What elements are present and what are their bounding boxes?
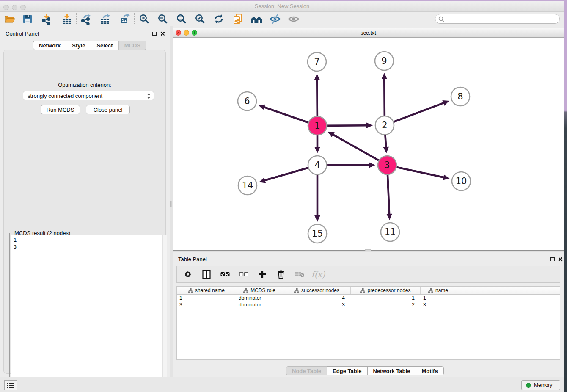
table-cell[interactable]: 3 [421,301,456,308]
function-builder-button[interactable]: f(x) [312,269,324,280]
table-panel-title: Table Panel [178,256,207,262]
eye-icon [288,14,300,25]
show-all-button[interactable] [287,13,300,25]
hide-selected-button[interactable] [269,13,281,25]
status-bar: Memory [0,377,564,392]
first-neighbors-button[interactable] [250,13,263,25]
export-network-button[interactable] [80,13,92,25]
result-scrollbar[interactable] [162,235,167,392]
deselect-all-button[interactable] [238,269,250,280]
application-window: Session: New Session Control Panel [0,0,567,392]
add-column-button[interactable] [256,269,268,280]
zoom-fit-button[interactable] [175,13,187,25]
table-cell[interactable]: 4 [283,295,351,301]
column-header-predecessor-nodes[interactable]: predecessor nodes [351,287,421,294]
zoom-fit-icon [176,14,187,24]
splitter-grip[interactable] [170,201,172,207]
titlebar: Session: New Session [0,1,564,12]
eye-slash-icon [269,14,281,25]
table-panel: Table Panel f(x) shared nameMCDS rolesuc… [173,252,564,377]
node-label-2: 2 [382,120,387,130]
run-mcds-button[interactable]: Run MCDS [41,105,80,114]
select-all-button[interactable] [219,269,231,280]
close-panel-button[interactable]: Close panel [86,105,130,114]
mcds-result-textarea[interactable]: 1 3 [11,235,167,392]
import-network-button[interactable] [40,13,53,25]
list-icon [7,382,14,389]
column-header-successor-nodes[interactable]: successor nodes [283,287,351,294]
edge-arrowhead [258,105,265,110]
select-arrows-icon [147,93,151,99]
close-panel-icon[interactable] [160,31,165,36]
edge-arrowhead [314,215,320,222]
node-label-6: 6 [244,96,250,106]
table-cell[interactable]: dominator [236,295,283,301]
column-header-shared-name[interactable]: shared name [177,287,236,294]
zoom-selected-button[interactable] [193,13,206,25]
tab-motifs[interactable]: Motifs [416,366,443,375]
criterion-select[interactable]: strongly connected component [23,91,154,100]
tab-style[interactable]: Style [66,41,91,50]
zoom-out-button[interactable] [156,13,169,25]
export-image-button[interactable] [118,13,131,25]
new-network-from-selection-button[interactable] [231,13,244,25]
network-window-titlebar: × − + scc.txt [173,28,564,38]
table-cell[interactable]: 1 [421,295,456,301]
plus-icon [258,270,267,279]
memory-button[interactable]: Memory [521,380,560,390]
search-input[interactable] [446,15,556,23]
edge-arrowhead [314,147,320,153]
column-header-MCDS-role[interactable]: MCDS role [236,287,283,294]
refresh-layout-button[interactable] [212,13,225,25]
delete-column-button[interactable] [275,269,287,280]
tab-select[interactable]: Select [91,41,118,50]
table-header-row: shared nameMCDS rolesuccessor nodesprede… [177,287,560,295]
import-table-button[interactable] [61,13,73,25]
optimization-criterion-label: Optimization criterion: [4,82,165,88]
save-icon [22,14,33,25]
network-canvas[interactable]: 1234678910111415 [173,38,564,250]
new-network-from-selection-icon [232,14,243,25]
tab-mcds[interactable]: MCDS [118,41,146,50]
columns-icon [202,270,211,279]
search-box [435,14,560,24]
sitemap-icon [188,288,193,293]
tab-network-table[interactable]: Network Table [367,366,416,375]
table-cell[interactable]: dominator [236,301,283,308]
table-row[interactable]: 3dominator323 [177,301,560,308]
table-cell[interactable]: 2 [351,301,421,308]
table-cell[interactable]: 1 [177,295,236,301]
float-panel-icon[interactable] [152,32,157,36]
edge-arrowhead [381,73,387,79]
float-panel-icon[interactable] [550,257,555,261]
table-cell[interactable]: 3 [283,301,351,308]
settings-gear-button[interactable] [182,269,194,280]
table-cell[interactable]: 1 [351,295,421,301]
open-session-button[interactable] [3,13,16,25]
tab-network[interactable]: Network [33,41,66,50]
export-table-button[interactable] [99,13,112,25]
edge-arrowhead [369,162,375,168]
table-cell[interactable]: 3 [177,301,236,308]
delete-table-button[interactable] [294,269,306,280]
tab-edge-table[interactable]: Edge Table [327,366,367,375]
column-header-name[interactable]: name [421,287,456,294]
import-network-icon [41,14,52,25]
zoom-in-button[interactable] [138,13,150,25]
vertical-splitter[interactable] [170,26,173,377]
node-label-3: 3 [384,160,390,170]
memory-status-icon [526,383,531,388]
splitter-grip[interactable] [365,249,371,251]
table-row[interactable]: 1dominator411 [177,295,560,301]
close-panel-icon[interactable] [558,257,563,262]
mcds-result-values: 1 3 [14,236,17,251]
zoom-in-icon [139,14,149,24]
tab-node-table[interactable]: Node Table [286,366,327,375]
sitemap-icon [294,288,299,293]
export-network-icon [80,14,91,25]
column-layout-button[interactable] [201,269,212,280]
save-session-button[interactable] [21,13,34,25]
search-icon [438,16,444,22]
task-history-button[interactable] [4,380,17,390]
fx-icon: f(x) [311,270,325,279]
